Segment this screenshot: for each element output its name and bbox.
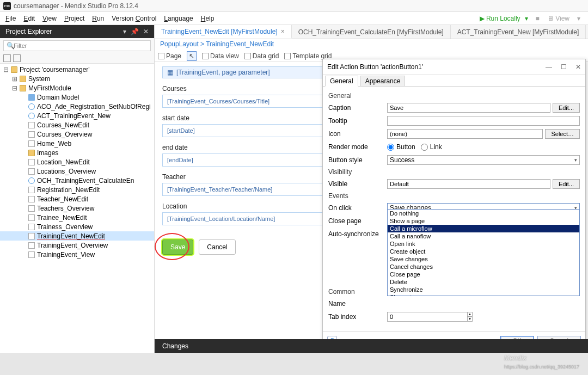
run-locally-button[interactable]: ▶ Run Locally [480, 15, 520, 22]
dropdown-option[interactable]: Call a microflow [388, 225, 579, 232]
tabindex-down-icon[interactable]: ▼ [467, 317, 473, 322]
visible-label: Visible [328, 180, 387, 188]
onclick-dropdown[interactable]: Do nothingShow a pageCall a microflowCal… [387, 209, 580, 296]
dropdown-option[interactable]: Open link [388, 240, 579, 248]
style-label: Button style [328, 156, 387, 164]
menu-run[interactable]: Run [92, 15, 104, 22]
menu-version-control[interactable]: Version Control [112, 15, 156, 22]
dropdown-option[interactable]: Sign out [388, 293, 579, 296]
render-button-radio[interactable]: Button [387, 143, 415, 151]
tab-general[interactable]: General [325, 76, 358, 87]
search-icon: 🔍 [7, 42, 15, 50]
closepage-label: Close page [328, 217, 387, 225]
icon-input[interactable] [387, 129, 543, 139]
document-tab[interactable]: ACT_TrainingEvent_New [MyFirstModule] [451, 25, 586, 39]
tooltip-label: Tooltip [328, 117, 387, 125]
maximize-icon[interactable]: ☐ [561, 63, 567, 71]
tree-item[interactable]: Location_NewEdit [0, 157, 154, 167]
changes-panel[interactable]: Changes [155, 339, 588, 353]
menu-language[interactable]: Language [164, 15, 193, 22]
document-tab[interactable]: TrainingEvent_NewEdit [MyFirstModule]× [155, 25, 292, 39]
window-title: coursemanager - Mendix Studio Pro 8.12.4 [14, 2, 138, 10]
tree-item[interactable]: TrainingEvent_Overview [0, 241, 154, 250]
tabindex-input[interactable] [387, 312, 468, 322]
tree-item[interactable]: Trainess_Overview [0, 222, 154, 231]
tree-item[interactable]: ACT_TrainingEvent_New [0, 111, 154, 120]
caption-input[interactable] [387, 103, 550, 113]
view-button[interactable]: 🖥 View [547, 15, 569, 22]
tabindex-up-icon[interactable]: ▲ [467, 312, 473, 317]
tab-appearance[interactable]: Appearance [360, 76, 406, 87]
run-dropdown-icon[interactable]: ▾ [525, 15, 528, 22]
caption-label: Caption [328, 104, 387, 112]
dropdown-option[interactable]: Do nothing [388, 210, 579, 217]
tree-item[interactable]: Locations_Overview [0, 167, 154, 176]
tree-item[interactable]: Home_Web [0, 139, 154, 148]
tree-item[interactable]: Registration_NewEdit [0, 185, 154, 194]
tool-page[interactable]: Page [158, 52, 181, 60]
tree-item[interactable]: Trainee_NewEdit [0, 213, 154, 222]
explorer-tree[interactable]: ⊟Project 'coursemanager' ⊞System ⊟MyFirs… [0, 64, 154, 353]
style-select[interactable]: Success▾ [387, 155, 580, 165]
caption-edit-button[interactable]: Edit... [553, 103, 580, 113]
section-visibility: Visibility [328, 168, 580, 176]
render-link-radio[interactable]: Link [421, 143, 442, 151]
breadcrumb[interactable]: PopupLayout > TrainingEvent_NewEdit [155, 39, 588, 50]
expand-icon[interactable] [3, 54, 11, 62]
collapse-icon[interactable] [13, 54, 21, 62]
save-button[interactable]: Save [162, 239, 193, 255]
tree-item[interactable]: Teacher_NewEdit [0, 194, 154, 204]
tooltip-input[interactable] [387, 116, 580, 126]
tree-item[interactable]: ACO_Ade_Registration_SetNubOfRegi [0, 102, 154, 111]
menu-edit[interactable]: Edit [23, 15, 35, 22]
visible-edit-button[interactable]: Edit... [553, 179, 580, 189]
dialog-title-bar[interactable]: Edit Action Button 'actionButton1' — ☐ ✕ [323, 59, 585, 75]
tree-item[interactable]: Courses_NewEdit [0, 120, 154, 130]
dropdown-option[interactable]: Call a nanoflow [388, 232, 579, 240]
tree-project[interactable]: ⊟Project 'coursemanager' [0, 65, 154, 74]
minimize-icon[interactable]: — [546, 63, 552, 71]
onclick-label: On click [328, 204, 387, 212]
dropdown-option[interactable]: Close page [388, 271, 579, 278]
dropdown-option[interactable]: Cancel changes [388, 263, 579, 271]
edit-action-button-dialog: Edit Action Button 'actionButton1' — ☐ ✕… [322, 59, 586, 349]
menu-file[interactable]: File [5, 15, 16, 22]
dropdown-option[interactable]: Delete [388, 278, 579, 286]
menu-project[interactable]: Project [64, 15, 84, 22]
stop-button[interactable]: ■ [536, 15, 540, 22]
pin-icon[interactable]: ▾ [123, 28, 126, 35]
close-panel-icon[interactable]: ✕ [143, 28, 149, 35]
dropdown-option[interactable]: Show a page [388, 217, 579, 225]
visible-input[interactable] [387, 179, 550, 189]
cancel-button[interactable]: Cancel [199, 239, 235, 255]
document-tabs: TrainingEvent_NewEdit [MyFirstModule]×OC… [155, 25, 588, 39]
icon-select-button[interactable]: Select… [545, 129, 580, 139]
tool-dataview[interactable]: Data view [202, 52, 239, 60]
icon-label: Icon [328, 130, 387, 138]
app-icon: mx [3, 2, 11, 10]
document-tab[interactable]: OCH_TrainingEvent_CalculateEn [MyFirstMo… [292, 25, 451, 39]
tree-item[interactable]: Teachers_Overview [0, 204, 154, 213]
dropdown-option[interactable]: Create object [388, 248, 579, 255]
tree-item[interactable]: TrainingEvent_NewEdit [0, 231, 154, 241]
status-strip [0, 353, 588, 375]
tree-item[interactable]: OCH_TrainingEvent_CalculateEn [0, 176, 154, 185]
tool-datagrid[interactable]: Data grid [244, 52, 279, 60]
dropdown-option[interactable]: Save changes [388, 255, 579, 263]
tree-item[interactable]: Images [0, 148, 154, 157]
tree-item[interactable]: Domain Model [0, 93, 154, 102]
tree-item[interactable]: TrainingEvent_View [0, 250, 154, 259]
tree-system[interactable]: ⊞System [0, 74, 154, 83]
pin2-icon[interactable]: 📌 [131, 28, 139, 35]
tree-item[interactable]: Courses_Overview [0, 130, 154, 139]
view-dropdown-icon[interactable]: ▾ [577, 15, 580, 22]
tree-module[interactable]: ⊟MyFirstModule [0, 83, 154, 93]
menu-help[interactable]: Help [201, 15, 215, 22]
dropdown-option[interactable]: Synchronize [388, 286, 579, 293]
tab-close-icon[interactable]: × [281, 28, 285, 35]
render-label: Render mode [328, 143, 387, 151]
filter-input[interactable] [3, 40, 151, 51]
close-icon[interactable]: ✕ [575, 63, 581, 71]
tool-pointer[interactable]: ↖ [187, 51, 197, 61]
menu-view[interactable]: View [42, 15, 57, 22]
